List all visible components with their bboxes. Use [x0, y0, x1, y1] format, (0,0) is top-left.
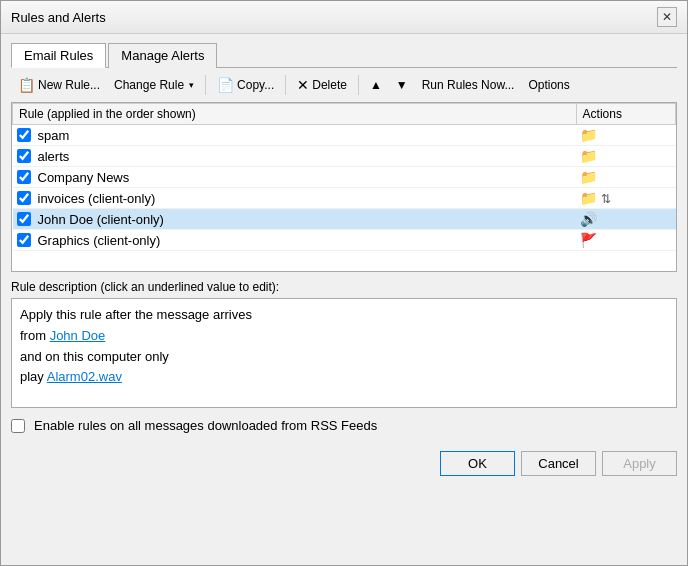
- dialog-title: Rules and Alerts: [11, 10, 106, 25]
- rule-checkbox[interactable]: [17, 212, 31, 226]
- rule-description-box: Apply this rule after the message arrive…: [11, 298, 677, 408]
- flag-icon: 🚩: [580, 232, 597, 248]
- toolbar-separator-2: [285, 75, 286, 95]
- change-rule-dropdown-icon: ▾: [189, 80, 194, 90]
- folder-icon: 📁: [580, 127, 597, 143]
- rule-checkbox[interactable]: [17, 149, 31, 163]
- move-up-button[interactable]: ▲: [363, 75, 389, 95]
- copy-button[interactable]: 📄 Copy...: [210, 74, 281, 96]
- rss-label[interactable]: Enable rules on all messages downloaded …: [34, 418, 377, 433]
- table-row[interactable]: Graphics (client-only)🚩: [13, 230, 676, 251]
- copy-icon: 📄: [217, 77, 234, 93]
- table-row[interactable]: John Doe (client-only)🔊: [13, 209, 676, 230]
- close-button[interactable]: ✕: [657, 7, 677, 27]
- table-row[interactable]: spam📁: [13, 125, 676, 146]
- folder-icon: 📁: [580, 169, 597, 185]
- delete-button[interactable]: ✕ Delete: [290, 74, 354, 96]
- toolbar: 📋 New Rule... Change Rule ▾ 📄 Copy... ✕ …: [11, 74, 677, 96]
- toolbar-separator-1: [205, 75, 206, 95]
- run-rules-button[interactable]: Run Rules Now...: [415, 75, 522, 95]
- title-bar: Rules and Alerts ✕: [1, 1, 687, 34]
- sound-icon: 🔊: [580, 211, 597, 227]
- rule-label: Company News: [38, 170, 130, 185]
- folder-icon: 📁: [580, 148, 597, 164]
- rule-label: Graphics (client-only): [38, 233, 161, 248]
- new-rule-icon: 📋: [18, 77, 35, 93]
- folder-icon: 📁: [580, 190, 597, 206]
- rule-label: alerts: [38, 149, 70, 164]
- rule-desc-line4-prefix: play: [20, 369, 47, 384]
- rule-checkbox[interactable]: [17, 233, 31, 247]
- footer-buttons: OK Cancel Apply: [11, 447, 677, 476]
- rules-table: Rule (applied in the order shown) Action…: [12, 103, 676, 251]
- rss-row: Enable rules on all messages downloaded …: [11, 418, 677, 433]
- rule-desc-line1: Apply this rule after the message arrive…: [20, 307, 252, 322]
- toolbar-separator-3: [358, 75, 359, 95]
- tab-manage-alerts[interactable]: Manage Alerts: [108, 43, 217, 68]
- rule-desc-line3: and on this computer only: [20, 349, 169, 364]
- rule-label: spam: [38, 128, 70, 143]
- new-rule-button[interactable]: 📋 New Rule...: [11, 74, 107, 96]
- sort-icon: ⇅: [601, 192, 611, 206]
- rule-label: John Doe (client-only): [38, 212, 164, 227]
- table-row[interactable]: alerts📁: [13, 146, 676, 167]
- rule-desc-line2-prefix: from: [20, 328, 50, 343]
- change-rule-button[interactable]: Change Rule ▾: [107, 75, 201, 95]
- rules-list-container[interactable]: Rule (applied in the order shown) Action…: [11, 102, 677, 272]
- rule-checkbox[interactable]: [17, 128, 31, 142]
- delete-icon: ✕: [297, 77, 309, 93]
- rule-checkbox[interactable]: [17, 191, 31, 205]
- apply-button[interactable]: Apply: [602, 451, 677, 476]
- tab-bar: Email Rules Manage Alerts: [11, 42, 677, 68]
- rule-label: invoices (client-only): [38, 191, 156, 206]
- col-rule-header: Rule (applied in the order shown): [13, 104, 577, 125]
- rule-description-label: Rule description (click an underlined va…: [11, 280, 677, 294]
- dialog-body: Email Rules Manage Alerts 📋 New Rule... …: [1, 34, 687, 565]
- rule-desc-alarm-link[interactable]: Alarm02.wav: [47, 369, 122, 384]
- rules-and-alerts-dialog: Rules and Alerts ✕ Email Rules Manage Al…: [0, 0, 688, 566]
- tab-email-rules[interactable]: Email Rules: [11, 43, 106, 68]
- rule-checkbox[interactable]: [17, 170, 31, 184]
- col-actions-header: Actions: [576, 104, 675, 125]
- table-row[interactable]: invoices (client-only)📁 ⇅: [13, 188, 676, 209]
- ok-button[interactable]: OK: [440, 451, 515, 476]
- move-down-button[interactable]: ▼: [389, 75, 415, 95]
- cancel-button[interactable]: Cancel: [521, 451, 596, 476]
- rss-checkbox[interactable]: [11, 419, 25, 433]
- table-row[interactable]: Company News📁: [13, 167, 676, 188]
- options-button[interactable]: Options: [521, 75, 576, 95]
- rule-desc-john-doe-link[interactable]: John Doe: [50, 328, 106, 343]
